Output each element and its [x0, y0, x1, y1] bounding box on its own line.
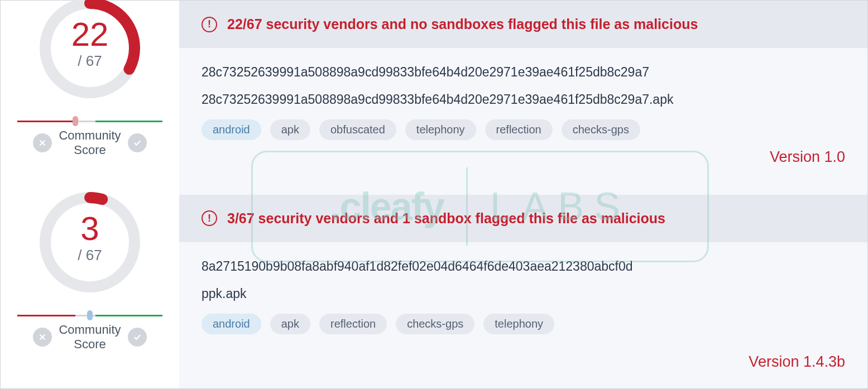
file-hash-0[interactable]: 28c73252639991a508898a9cd99833bfe64b4d20… — [202, 65, 845, 80]
version-annotation-0: Version 1.0 — [770, 148, 845, 166]
score-marker-1 — [87, 310, 93, 320]
tag-checks-gps[interactable]: checks-gps — [562, 119, 640, 140]
tag-android[interactable]: android — [202, 119, 261, 140]
alert-text-0: 22/67 security vendors and no sandboxes … — [227, 16, 698, 32]
community-score-bar-1 — [17, 314, 162, 317]
details-panel-0: ! 22/67 security vendors and no sandboxe… — [179, 1, 867, 195]
alert-icon: ! — [202, 17, 217, 32]
tags-row-0: androidapkobfuscatedtelephonyreflectionc… — [202, 119, 845, 140]
score-panel-1: 3 / 67 CommunityScore — [1, 195, 179, 389]
alert-bar-0: ! 22/67 security vendors and no sandboxe… — [179, 1, 867, 48]
tag-android[interactable]: android — [202, 314, 261, 334]
x-icon — [37, 332, 47, 342]
gauge-score-0: 22 — [71, 18, 109, 51]
community-score-label-1: CommunityScore — [59, 323, 121, 352]
detection-gauge-1: 3 / 67 — [34, 186, 146, 298]
check-icon — [132, 332, 142, 342]
file-name-0[interactable]: 28c73252639991a508898a9cd99833bfe64b4d20… — [202, 92, 845, 107]
x-icon — [37, 138, 47, 148]
tag-apk[interactable]: apk — [270, 314, 310, 334]
tag-telephony[interactable]: telephony — [483, 314, 554, 334]
community-score-bar-0 — [17, 119, 162, 123]
file-name-1[interactable]: ppk.apk — [202, 286, 845, 301]
detection-gauge-0: 22 / 67 — [34, 0, 146, 104]
score-panel-0: 22 / 67 CommunityScore — [1, 1, 179, 195]
alert-text-1: 3/67 security vendors and 1 sandbox flag… — [227, 210, 665, 227]
vote-down-button-1[interactable] — [33, 328, 52, 347]
community-score-label-0: CommunityScore — [59, 128, 121, 158]
tags-row-1: androidapkreflectionchecks-gpstelephony — [202, 314, 845, 334]
scan-block-1: 3 / 67 CommunityScore — [1, 195, 867, 389]
check-icon — [132, 138, 142, 148]
tag-checks-gps[interactable]: checks-gps — [396, 314, 474, 334]
score-marker-0 — [73, 116, 78, 126]
scan-block-0: 22 / 67 CommunityScore — [1, 1, 867, 195]
tag-reflection[interactable]: reflection — [319, 314, 387, 334]
gauge-total-1: / 67 — [78, 247, 102, 264]
tag-apk[interactable]: apk — [270, 119, 310, 140]
vote-up-button-0[interactable] — [128, 133, 147, 152]
vote-down-button-0[interactable] — [33, 133, 52, 152]
gauge-total-0: / 67 — [71, 52, 109, 70]
vote-up-button-1[interactable] — [128, 328, 147, 347]
version-annotation-1: Version 1.4.3b — [749, 353, 845, 371]
details-panel-1: ! 3/67 security vendors and 1 sandbox fl… — [179, 195, 867, 389]
alert-icon: ! — [202, 210, 217, 226]
scan-results-container: 22 / 67 CommunityScore — [0, 0, 868, 389]
tag-reflection[interactable]: reflection — [485, 119, 553, 140]
tag-telephony[interactable]: telephony — [405, 119, 476, 140]
gauge-score-1: 3 — [78, 212, 102, 246]
file-hash-1[interactable]: 8a2715190b9b08fa8abf940af1d82fef02e04d64… — [202, 259, 845, 274]
tag-obfuscated[interactable]: obfuscated — [319, 119, 396, 140]
alert-bar-1: ! 3/67 security vendors and 1 sandbox fl… — [179, 195, 867, 242]
